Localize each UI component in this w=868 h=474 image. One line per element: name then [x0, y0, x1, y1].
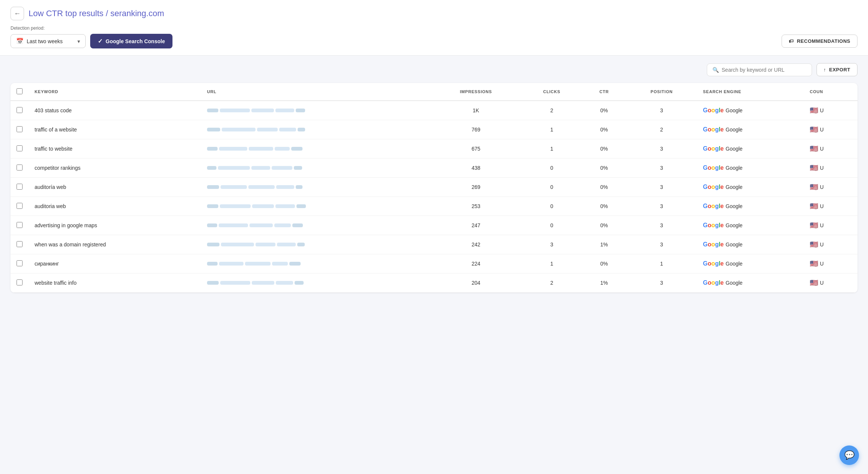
cell-keyword: traffic to website [29, 139, 201, 159]
top-controls: 📅 Last two weeks ▾ ✓ Google Search Conso… [11, 34, 857, 48]
cell-country: 🇺🇸 U [804, 273, 857, 293]
table-toolbar: 🔍 ↑ EXPORT [11, 63, 857, 76]
cell-engine: Google Google [697, 159, 804, 178]
table-row: traffic of a website 769 1 0% 2 Google G… [11, 120, 857, 139]
engine-name: Google [726, 242, 742, 248]
table-body: 403 status code 1K 2 0% 3 Google Google … [11, 101, 857, 293]
cell-keyword: competitor rankings [29, 159, 201, 178]
cell-ctr: 0% [582, 197, 626, 216]
cell-impressions: 438 [430, 159, 522, 178]
cell-clicks: 3 [522, 235, 582, 254]
cell-impressions: 204 [430, 273, 522, 293]
cell-clicks: 2 [522, 273, 582, 293]
engine-name: Google [726, 222, 742, 228]
google-g-icon: Google [703, 126, 724, 133]
recommendations-button[interactable]: 🏷 RECOMMENDATIONS [782, 35, 857, 48]
table-row: website traffic info 204 2 1% 3 Google G… [11, 273, 857, 293]
cell-clicks: 0 [522, 216, 582, 235]
col-search-engine: SEARCH ENGINE [697, 83, 804, 101]
cell-url [201, 159, 430, 178]
table-row: auditoria web 253 0 0% 3 Google Google 🇺… [11, 197, 857, 216]
table-row: advertising in google maps 247 0 0% 3 Go… [11, 216, 857, 235]
cell-country: 🇺🇸 U [804, 159, 857, 178]
row-checkbox[interactable] [17, 165, 23, 171]
cell-url [201, 197, 430, 216]
title-row: ← Low CTR top results / seranking.com [11, 7, 857, 20]
page-title-main: Low CTR top results [29, 9, 103, 18]
google-g-icon: Google [703, 165, 724, 171]
cell-url [201, 254, 430, 273]
row-checkbox[interactable] [17, 241, 23, 247]
header-checkbox[interactable] [17, 88, 23, 94]
google-g-icon: Google [703, 241, 724, 248]
table-row: when was a domain registered 242 3 1% 3 … [11, 235, 857, 254]
engine-name: Google [726, 127, 742, 133]
country-code: U [820, 184, 824, 190]
us-flag-icon: 🇺🇸 [810, 106, 818, 115]
col-position: POSITION [626, 83, 697, 101]
row-checkbox[interactable] [17, 222, 23, 228]
cell-clicks: 0 [522, 197, 582, 216]
col-clicks: CLICKS [522, 83, 582, 101]
row-checkbox[interactable] [17, 126, 23, 132]
row-checkbox[interactable] [17, 145, 23, 151]
cell-position: 3 [626, 235, 697, 254]
cell-ctr: 0% [582, 139, 626, 159]
cell-country: 🇺🇸 U [804, 235, 857, 254]
cell-position: 3 [626, 101, 697, 120]
cell-keyword: 403 status code [29, 101, 201, 120]
us-flag-icon: 🇺🇸 [810, 260, 818, 268]
cell-country: 🇺🇸 U [804, 197, 857, 216]
cell-ctr: 1% [582, 235, 626, 254]
row-checkbox[interactable] [17, 279, 23, 285]
cell-country: 🇺🇸 U [804, 178, 857, 197]
cell-ctr: 0% [582, 159, 626, 178]
back-button[interactable]: ← [11, 7, 24, 20]
cell-clicks: 2 [522, 101, 582, 120]
cell-ctr: 1% [582, 273, 626, 293]
google-g-icon: Google [703, 145, 724, 152]
row-checkbox[interactable] [17, 107, 23, 113]
table-row: competitor rankings 438 0 0% 3 Google Go… [11, 159, 857, 178]
page-title: Low CTR top results / seranking.com [29, 9, 164, 18]
cell-keyword: сиранкинг [29, 254, 201, 273]
table-row: сиранкинг 224 1 0% 1 Google Google 🇺🇸 U [11, 254, 857, 273]
row-checkbox[interactable] [17, 203, 23, 209]
period-dropdown[interactable]: 📅 Last two weeks ▾ [11, 34, 86, 48]
cell-impressions: 1K [430, 101, 522, 120]
row-checkbox[interactable] [17, 260, 23, 266]
row-checkbox-cell [11, 159, 29, 178]
us-flag-icon: 🇺🇸 [810, 221, 818, 229]
cell-position: 3 [626, 273, 697, 293]
row-checkbox-cell [11, 101, 29, 120]
cell-country: 🇺🇸 U [804, 101, 857, 120]
search-icon: 🔍 [712, 67, 719, 73]
top-bar: ← Low CTR top results / seranking.com De… [0, 0, 868, 56]
gsc-button[interactable]: ✓ Google Search Console [90, 34, 172, 48]
cell-impressions: 247 [430, 216, 522, 235]
cell-position: 3 [626, 178, 697, 197]
cell-url [201, 235, 430, 254]
left-controls: 📅 Last two weeks ▾ ✓ Google Search Conso… [11, 34, 172, 48]
cell-impressions: 242 [430, 235, 522, 254]
cell-ctr: 0% [582, 178, 626, 197]
country-code: U [820, 146, 824, 152]
row-checkbox-cell [11, 273, 29, 293]
table-row: auditoría web 269 0 0% 3 Google Google 🇺… [11, 178, 857, 197]
row-checkbox[interactable] [17, 184, 23, 190]
us-flag-icon: 🇺🇸 [810, 125, 818, 134]
cell-position: 1 [626, 254, 697, 273]
country-code: U [820, 127, 824, 133]
cell-clicks: 1 [522, 254, 582, 273]
gsc-button-label: Google Search Console [106, 38, 165, 44]
cell-url [201, 101, 430, 120]
row-checkbox-cell [11, 254, 29, 273]
cell-position: 3 [626, 159, 697, 178]
cell-keyword: advertising in google maps [29, 216, 201, 235]
check-icon: ✓ [98, 38, 103, 45]
country-code: U [820, 165, 824, 171]
cell-position: 2 [626, 120, 697, 139]
cell-keyword: when was a domain registered [29, 235, 201, 254]
search-input[interactable] [722, 67, 806, 73]
export-button[interactable]: ↑ EXPORT [817, 63, 857, 76]
